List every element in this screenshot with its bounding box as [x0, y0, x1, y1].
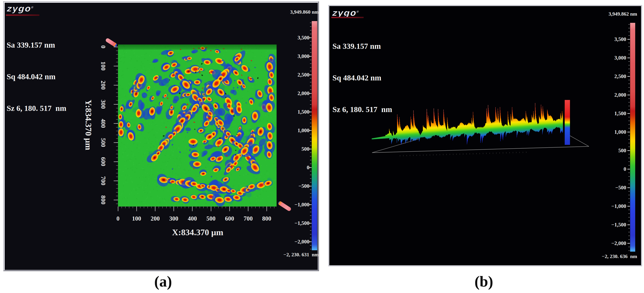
zygo-logo-a: zygo®	[6, 4, 34, 13]
colorbar-minor-tick-a	[310, 63, 311, 64]
colorbar-major-tick-b	[628, 95, 630, 95]
x-minor-tick-a	[185, 207, 185, 208]
x-minor-tick-a	[158, 207, 159, 208]
colorbar-minor-tick-b	[628, 24, 630, 24]
colorbar-minor-tick-b	[628, 247, 630, 247]
x-minor-tick-a	[207, 207, 208, 208]
colorbar-minor-tick-a	[310, 208, 311, 209]
colorbar-minor-tick-b	[628, 61, 630, 62]
colorbar-tick-label-a: −2,000	[280, 239, 310, 245]
colorbar-major-tick-b	[628, 187, 630, 188]
x-minor-tick-a	[151, 207, 152, 208]
colorbar-minor-tick-b	[628, 176, 630, 177]
colorbar-minor-tick-a	[310, 182, 311, 183]
x-minor-tick-a	[259, 207, 260, 208]
colorbar-minor-tick-a	[310, 126, 311, 127]
colorbar-minor-tick-a	[310, 156, 311, 157]
y-minor-tick-a	[116, 200, 118, 200]
height-colorbar-a	[312, 21, 317, 250]
colorbar-major-tick-b	[628, 243, 630, 244]
x-minor-tick-a	[136, 207, 137, 208]
x-minor-tick-a	[118, 207, 118, 208]
x-minor-tick-a	[155, 207, 155, 208]
x-minor-tick-a	[177, 207, 178, 208]
colorbar-minor-tick-a	[310, 141, 311, 142]
y-minor-tick-a	[116, 89, 118, 89]
colorbar-minor-tick-b	[628, 213, 630, 214]
colorbar-major-tick-b	[628, 206, 630, 207]
colorbar-minor-tick-a	[310, 134, 311, 134]
colorbar-minor-tick-a	[310, 190, 311, 190]
y-minor-tick-a	[116, 181, 118, 181]
y-minor-tick-a	[116, 104, 118, 104]
colorbar-tick-label-b: −500	[597, 185, 626, 191]
x-minor-tick-a	[192, 207, 192, 208]
colorbar-minor-tick-a	[310, 123, 311, 123]
colorbar-tick-label-b: 1,500	[597, 110, 626, 117]
colorbar-minor-tick-a	[310, 52, 311, 53]
colorbar-minor-tick-b	[628, 184, 630, 184]
x-minor-tick-a	[270, 207, 271, 208]
y-minor-tick-a	[116, 192, 118, 193]
colorbar-minor-tick-a	[310, 41, 311, 41]
panel-a-stats: Sa 339.157 nm Sq 484.042 nm Sz 6, 180. 5…	[7, 19, 66, 124]
x-minor-tick-a	[170, 207, 170, 208]
colorbar-minor-tick-b	[628, 221, 630, 221]
x-minor-tick-a	[196, 207, 196, 208]
colorbar-minor-tick-b	[628, 217, 630, 218]
x-minor-tick-a	[229, 207, 230, 208]
colorbar-tick-label-b: −1,000	[597, 203, 626, 209]
colorbar-tick-label-a: 0	[280, 165, 310, 171]
stat-sz-a: Sz 6, 180. 517 nm	[7, 103, 66, 114]
colorbar-minor-tick-a	[310, 23, 311, 23]
colorbar-tick-label-a: 2,000	[280, 90, 310, 96]
surface-heightmap-a	[118, 44, 276, 207]
colorbar-minor-tick-a	[310, 71, 311, 71]
colorbar-minor-tick-b	[628, 32, 630, 32]
colorbar-minor-tick-b	[628, 102, 630, 102]
y-tick-label-a: 800	[100, 188, 107, 212]
x-minor-tick-a	[255, 207, 256, 208]
colorbar-minor-tick-a	[310, 108, 311, 108]
colorbar-tick-label-a: 3,500	[280, 35, 310, 41]
colorbar-minor-tick-a	[310, 104, 311, 105]
y-minor-tick-a	[116, 135, 118, 135]
colorbar-minor-tick-a	[310, 193, 311, 194]
x-minor-tick-a	[144, 207, 144, 208]
y-minor-tick-a	[116, 116, 118, 116]
y-minor-tick-a	[116, 169, 118, 169]
colorbar-minor-tick-a	[310, 219, 311, 220]
colorbar-minor-tick-a	[310, 86, 311, 86]
y-minor-tick-a	[116, 108, 118, 108]
colorbar-minor-tick-b	[628, 50, 630, 50]
x-minor-tick-a	[122, 207, 122, 208]
y-minor-tick-a	[116, 85, 118, 85]
colorbar-tick-label-a: −500	[280, 183, 310, 189]
y-minor-tick-a	[116, 92, 118, 93]
colorbar-major-tick-b	[628, 76, 630, 77]
colorbar-minor-tick-b	[628, 83, 630, 84]
colorbar-minor-tick-b	[628, 109, 630, 110]
colorbar-tick-label-b: −1,500	[597, 222, 626, 228]
colorbar-minor-tick-b	[628, 210, 630, 210]
colorbar-minor-tick-a	[310, 175, 311, 175]
x-minor-tick-a	[181, 207, 182, 208]
y-minor-tick-a	[116, 184, 118, 185]
x-minor-tick-a	[188, 207, 189, 208]
colorbar-minor-tick-a	[310, 212, 311, 212]
colorbar-minor-tick-a	[310, 164, 311, 164]
y-minor-tick-a	[116, 154, 118, 154]
colorbar-minor-tick-a	[310, 78, 311, 79]
x-minor-tick-a	[226, 207, 226, 208]
y-minor-tick-a	[116, 127, 118, 127]
colorbar-minor-tick-a	[310, 160, 311, 160]
colorbar-minor-tick-a	[310, 34, 311, 34]
x-minor-tick-a	[248, 207, 248, 208]
y-minor-tick-a	[116, 158, 118, 158]
x-minor-tick-a	[266, 207, 267, 208]
y-minor-tick-a	[116, 138, 118, 139]
colorbar-minor-tick-b	[628, 165, 630, 166]
colorbar-tick-label-a: 2,500	[280, 72, 310, 78]
y-minor-tick-a	[116, 146, 118, 147]
colorbar-minor-tick-b	[628, 202, 630, 203]
